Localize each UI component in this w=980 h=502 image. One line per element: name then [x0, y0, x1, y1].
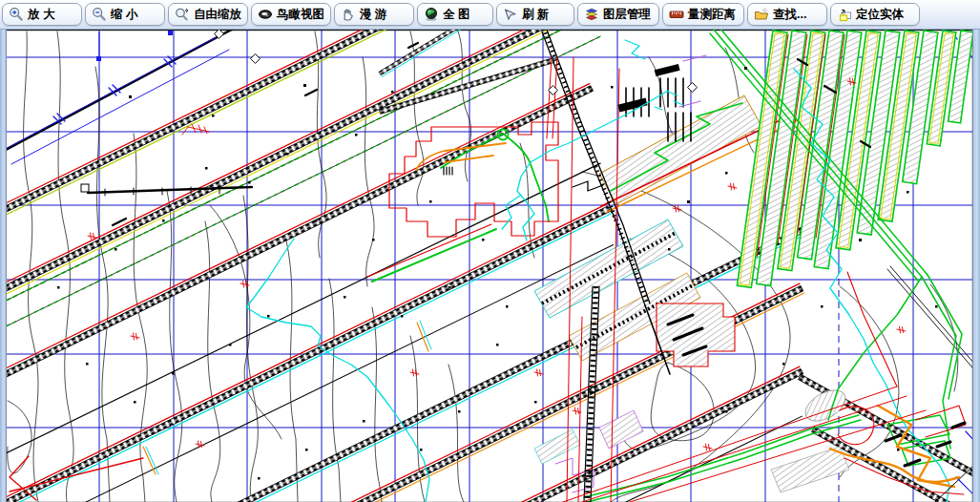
zoom-out-icon: [92, 7, 107, 22]
full-extent-button[interactable]: 全 图: [417, 3, 493, 26]
button-label: 放 大: [28, 7, 54, 23]
map-canvas[interactable]: [0, 0, 980, 502]
refresh-pointer-icon: [503, 7, 518, 22]
button-label: 刷 新: [522, 7, 549, 23]
button-label: 漫 游: [360, 7, 386, 23]
zoom-in-icon: [9, 7, 24, 22]
pan-hand-icon: [341, 7, 356, 22]
button-label: 量测距离: [688, 7, 736, 23]
button-label: 缩 小: [111, 7, 137, 23]
free-zoom-button[interactable]: 自由缩放: [168, 3, 248, 26]
button-label: 图层管理: [603, 7, 651, 23]
toolbar: 放 大 缩 小 自由缩放 鸟瞰视图: [0, 0, 980, 30]
measure-ruler-icon: [669, 7, 684, 22]
zoom-out-button[interactable]: 缩 小: [85, 3, 165, 26]
layers-icon: [584, 7, 599, 22]
locate-entity-icon: [837, 7, 852, 22]
find-button[interactable]: 查找...: [747, 3, 827, 26]
birdseye-view-button[interactable]: 鸟瞰视图: [251, 3, 331, 26]
pan-button[interactable]: 漫 游: [334, 3, 414, 26]
full-extent-globe-icon: [424, 7, 439, 22]
locate-entity-button[interactable]: 定位实体: [830, 3, 920, 26]
button-label: 自由缩放: [194, 7, 241, 23]
free-zoom-icon: [175, 7, 190, 22]
window-frame-left: [0, 29, 7, 502]
refresh-button[interactable]: 刷 新: [496, 3, 574, 26]
birdseye-icon: [258, 7, 273, 22]
find-folder-icon: [754, 7, 769, 22]
button-label: 查找...: [773, 7, 806, 23]
app-window: 放 大 缩 小 自由缩放 鸟瞰视图: [0, 0, 980, 502]
zoom-in-button[interactable]: 放 大: [2, 3, 82, 26]
button-label: 鸟瞰视图: [277, 7, 324, 23]
measure-distance-button[interactable]: 量测距离: [662, 3, 744, 26]
layer-manager-button[interactable]: 图层管理: [577, 3, 659, 26]
window-frame-right: [972, 29, 980, 502]
button-label: 全 图: [443, 7, 469, 23]
button-label: 定位实体: [856, 7, 904, 23]
